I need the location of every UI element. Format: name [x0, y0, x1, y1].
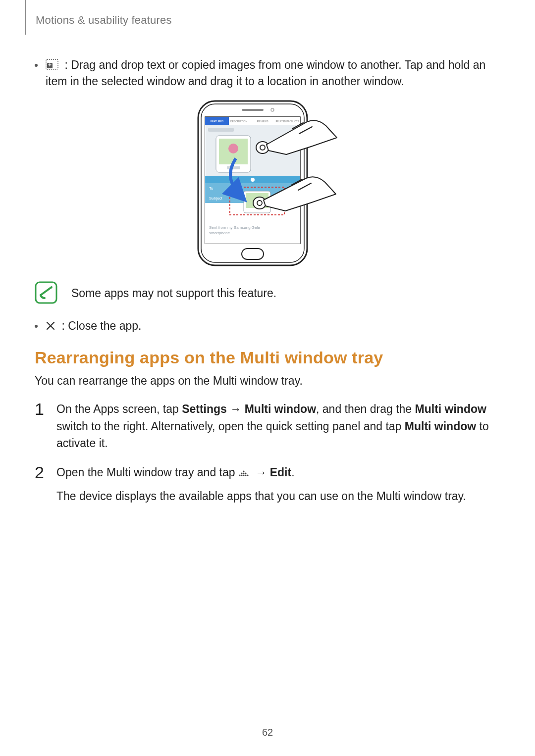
tab-label: DESCRIPTION [230, 120, 248, 123]
field-label: To [209, 186, 214, 191]
bullet-drag-drop: : Drag and drop text or copied images fr… [35, 57, 500, 90]
page-content: : Drag and drop text or copied images fr… [35, 57, 500, 517]
drag-drop-illustration: FEATURES DESCRIPTION REVIEWS RELATED PRO… [35, 99, 500, 267]
bullet-body: : Close the app. [46, 318, 500, 334]
svg-point-31 [241, 474, 242, 476]
bullet-text: : Close the app. [58, 319, 142, 332]
svg-point-16 [251, 178, 255, 182]
svg-rect-28 [36, 282, 56, 303]
svg-rect-14 [227, 166, 240, 169]
bold-edit: Edit [270, 466, 291, 479]
svg-point-32 [243, 470, 244, 472]
tab-label: RELATED PRODUCTS [276, 120, 299, 123]
svg-point-29 [239, 474, 240, 476]
page-number: 62 [0, 727, 535, 738]
drag-copy-icon [46, 59, 58, 70]
svg-point-13 [228, 144, 238, 153]
bullet-dot-icon [35, 64, 38, 67]
step-text: Open the Multi window tray and tap [56, 466, 238, 479]
tray-menu-icon [238, 470, 249, 477]
svg-point-37 [247, 474, 248, 476]
svg-point-34 [243, 474, 244, 476]
step-text: On the Apps screen, tap [56, 403, 182, 415]
note-callout: Some apps may not support this feature. [35, 281, 500, 306]
svg-rect-4 [242, 109, 264, 111]
svg-rect-23 [242, 249, 264, 259]
email-footer: Sent from my Samsung Gala [209, 225, 260, 230]
note-text: Some apps may not support this feature. [71, 287, 276, 300]
bold-multi-window: Multi window [245, 403, 316, 415]
header-rule [25, 0, 26, 35]
phone-illustration-svg: FEATURES DESCRIPTION REVIEWS RELATED PRO… [188, 99, 347, 267]
bullet-dot-icon [35, 325, 38, 328]
step-number: 2 [35, 464, 48, 481]
step-number: 1 [35, 401, 48, 417]
svg-point-27 [257, 201, 262, 205]
chapter-title: Motions & usability features [36, 14, 172, 27]
tab-label: FEATURES [211, 120, 224, 123]
svg-rect-10 [208, 128, 234, 132]
svg-point-36 [245, 474, 246, 476]
step-text: , and then drag the [316, 403, 415, 415]
step-body: On the Apps screen, tap Settings → Multi… [56, 401, 500, 452]
step-text: switch to the right. Alternatively, open… [56, 420, 405, 433]
note-badge-icon [35, 281, 57, 306]
bullet-text: : Drag and drop text or copied images fr… [46, 58, 485, 88]
close-icon [46, 321, 55, 331]
bold-multi-window: Multi window [405, 420, 476, 433]
step-1: 1 On the Apps screen, tap Settings → Mul… [35, 401, 500, 452]
step-text: . [291, 466, 294, 479]
arrow-text: → [227, 403, 245, 415]
tab-label: REVIEWS [257, 120, 268, 123]
bold-multi-window: Multi window [415, 403, 486, 415]
bullet-close-app: : Close the app. [35, 318, 500, 334]
svg-point-25 [260, 145, 265, 150]
svg-point-35 [245, 472, 246, 474]
manual-page: Motions & usability features : Drag and … [0, 0, 535, 756]
field-label: Subject [209, 196, 222, 201]
step-2: 2 Open the Multi window tray and tap [35, 464, 500, 505]
svg-point-33 [243, 472, 244, 474]
svg-point-30 [241, 472, 242, 474]
step-body: Open the Multi window tray and tap [56, 464, 500, 505]
section-heading: Rearranging apps on the Multi window tra… [35, 348, 500, 367]
section-intro: You can rearrange the apps on the Multi … [35, 374, 500, 388]
email-footer: smartphone [209, 231, 230, 235]
bullet-body: : Drag and drop text or copied images fr… [46, 57, 500, 90]
step-text: The device displays the available apps t… [56, 488, 500, 505]
arrow-text: → [252, 466, 270, 479]
bold-settings: Settings [182, 403, 227, 415]
